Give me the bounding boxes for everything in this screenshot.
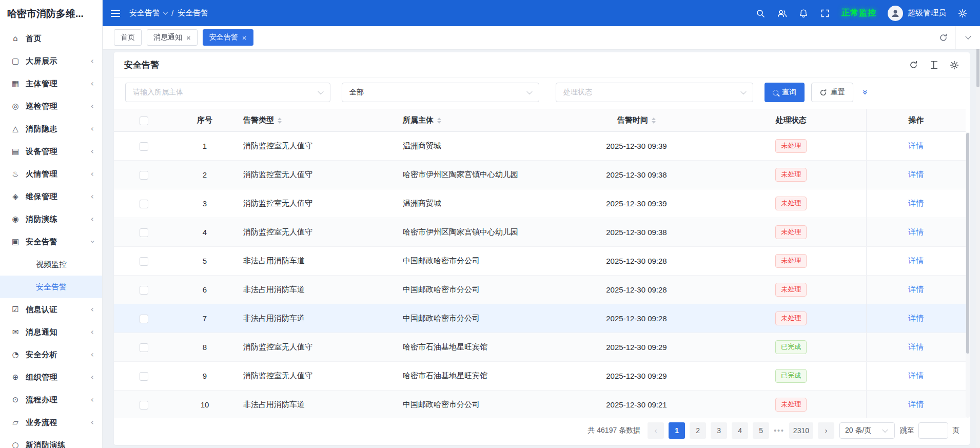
alarm-type-select[interactable]: 全部 [342, 83, 539, 102]
tab-options-chevron-down-icon[interactable] [955, 26, 980, 49]
status-select[interactable]: 处理状态 [556, 83, 753, 102]
settings-gear-icon[interactable] [957, 8, 968, 18]
detail-link[interactable]: 详情 [908, 227, 924, 236]
sidebar-item-inspection-management[interactable]: ◎巡检管理‹ [0, 95, 102, 118]
subject-select[interactable]: 请输入所属主体 [125, 83, 330, 102]
expand-filters-chevrons-icon[interactable]: « [860, 89, 869, 95]
column-header-type[interactable]: 告警类型 [236, 109, 396, 132]
row-height-icon[interactable] [929, 60, 939, 70]
sidebar-item-new-fire-drill[interactable]: ○新消防演练 [0, 434, 102, 448]
user-menu[interactable]: 超级管理员 [888, 6, 946, 21]
select-all-checkbox[interactable] [140, 116, 148, 125]
screen-icon: ▢ [10, 56, 21, 66]
sidebar-item-business-process[interactable]: ▱业务流程‹ [0, 411, 102, 434]
detail-link[interactable]: 详情 [908, 314, 924, 322]
column-header-time[interactable]: 告警时间 [557, 109, 716, 132]
sidebar-item-info-certification[interactable]: ☑信息认证‹ [0, 298, 102, 321]
status-badge: 已完成 [775, 369, 807, 382]
row-checkbox[interactable] [140, 171, 148, 180]
cell-subject: 温洲商贸城 [396, 132, 557, 161]
next-page-button[interactable]: › [818, 422, 834, 439]
row-checkbox[interactable] [140, 286, 148, 295]
page-button[interactable]: 2310 [789, 422, 813, 439]
sidebar-item-process-handling[interactable]: ⊙流程办理‹ [0, 388, 102, 411]
detail-link[interactable]: 详情 [908, 199, 924, 207]
refresh-table-icon[interactable] [908, 60, 918, 70]
page-button[interactable]: 2 [690, 422, 706, 439]
page-button[interactable]: 3 [711, 422, 727, 439]
row-checkbox[interactable] [140, 142, 148, 151]
tab-home[interactable]: 首页 [114, 29, 142, 46]
page-size-select[interactable]: 20 条/页 [839, 422, 895, 439]
cell-subject: 哈密市石油基地星旺宾馆 [396, 362, 557, 391]
reset-button-label: 重置 [831, 88, 845, 97]
tab-safety-alarm[interactable]: 安全告警× [203, 29, 253, 46]
cell-status: 未处理 [716, 132, 866, 161]
prev-page-button[interactable]: ‹ [648, 422, 664, 439]
cell-alarm-time: 2025-12-30 09:39 [557, 132, 716, 161]
column-settings-gear-icon[interactable] [949, 60, 959, 70]
sidebar-item-message-notification[interactable]: ✉消息通知‹ [0, 321, 102, 343]
tab-message-notification[interactable]: 消息通知× [147, 29, 198, 46]
detail-link[interactable]: 详情 [908, 256, 924, 265]
detail-link[interactable]: 详情 [908, 400, 924, 408]
status-badge: 已完成 [775, 340, 807, 354]
row-checkbox[interactable] [140, 200, 148, 208]
topbar: 安全告警 / 安全告警 正常监控 [103, 0, 980, 26]
detail-link[interactable]: 详情 [908, 371, 924, 380]
notification-bell-icon[interactable] [798, 8, 809, 18]
sidebar-item-fire-hazard[interactable]: △消防隐患‹ [0, 118, 102, 140]
sidebar-item-equipment-management[interactable]: ▤设备管理‹ [0, 140, 102, 163]
chevron-collapsed-icon: ‹ [91, 102, 94, 110]
row-checkbox[interactable] [140, 228, 148, 237]
collapse-sidebar-icon[interactable] [111, 10, 120, 17]
sidebar-subitem-safety-alarm[interactable]: 安全告警 [0, 276, 102, 298]
row-checkbox[interactable] [140, 343, 148, 352]
sidebar-item-fire-drill[interactable]: ◉消防演练‹ [0, 208, 102, 230]
sort-icon [652, 118, 656, 124]
monitor-status[interactable]: 正常监控 [841, 8, 876, 18]
row-checkbox[interactable] [140, 401, 148, 410]
sidebar-item-safety-alarm[interactable]: ▣安全告警‹ [0, 230, 102, 253]
detail-link[interactable]: 详情 [908, 170, 924, 179]
close-icon[interactable]: × [186, 34, 191, 42]
sidebar-item-home[interactable]: ⌂首页 [0, 27, 102, 50]
sidebar-item-safety-analysis[interactable]: ◔安全分析‹ [0, 343, 102, 366]
search-button[interactable]: 查询 [765, 83, 805, 102]
table-row: 1消防监控室无人值守温洲商贸城2025-12-30 09:39未处理详情 [114, 132, 966, 161]
detail-link[interactable]: 详情 [908, 141, 924, 150]
sidebar-item-fire-situation-management[interactable]: ♨火情管理‹ [0, 163, 102, 185]
alarm-table: 序号告警类型所属主体告警时间处理状态操作 1消防监控室无人值守温洲商贸城2025… [114, 109, 970, 418]
page-button[interactable]: 5 [753, 422, 769, 439]
page-button[interactable]: 1 [669, 422, 685, 439]
sidebar-item-maintenance-management[interactable]: ◈维保管理‹ [0, 185, 102, 208]
column-header-subject[interactable]: 所属主体 [396, 109, 557, 132]
reset-button[interactable]: 重置 [811, 83, 853, 102]
fullscreen-icon[interactable] [820, 8, 830, 18]
table-scrollbar-thumb[interactable] [966, 133, 969, 354]
row-checkbox[interactable] [140, 257, 148, 266]
detail-link[interactable]: 详情 [908, 285, 924, 294]
device-icon: ▤ [10, 147, 21, 156]
sidebar-item-organization-management[interactable]: ⊕组织管理‹ [0, 366, 102, 388]
page-button[interactable]: 4 [732, 422, 748, 439]
sidebar-item-subject-management[interactable]: ▦主体管理‹ [0, 72, 102, 95]
row-checkbox[interactable] [140, 315, 148, 323]
jump-page-input[interactable] [918, 422, 948, 439]
status-select-placeholder: 处理状态 [563, 88, 592, 97]
sidebar-item-big-screen-display[interactable]: ▢大屏展示‹ [0, 50, 102, 72]
close-icon[interactable]: × [242, 34, 247, 42]
cell-alarm-time: 2025-12-30 09:29 [557, 333, 716, 362]
contacts-icon[interactable] [777, 8, 787, 18]
status-badge: 未处理 [775, 168, 807, 181]
search-icon[interactable] [755, 8, 766, 18]
breadcrumb-root[interactable]: 安全告警 [129, 8, 167, 18]
detail-link[interactable]: 详情 [908, 342, 924, 351]
cell-status: 未处理 [716, 276, 866, 304]
refresh-tab-icon[interactable] [931, 26, 955, 49]
cell-checkbox [114, 189, 173, 218]
cell-checkbox [114, 218, 173, 247]
row-checkbox[interactable] [140, 372, 148, 381]
chevron-down-icon: ‹ [88, 240, 96, 243]
sidebar-subitem-video-monitor[interactable]: 视频监控 [0, 253, 102, 276]
